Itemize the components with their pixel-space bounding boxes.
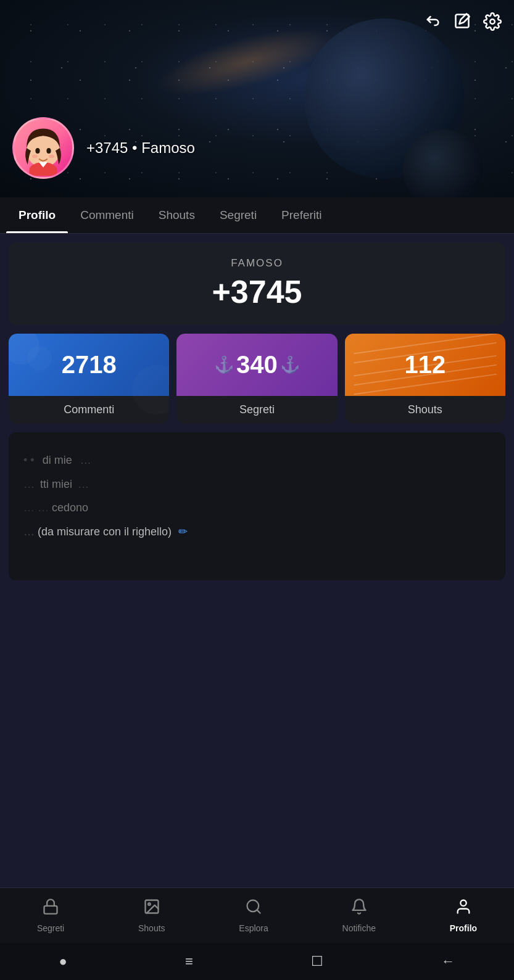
bottom-nav-profilo[interactable]: Profilo <box>450 898 477 933</box>
stat-box-segreti[interactable]: ⚓ 340 ⚓ Segreti <box>176 334 337 424</box>
shouts-count: 112 <box>404 351 446 379</box>
bio-line3: cedono <box>52 501 88 514</box>
svg-rect-0 <box>456 15 469 28</box>
svg-point-1 <box>490 19 495 24</box>
avatar[interactable] <box>12 117 74 179</box>
bottom-nav-segreti-label: Segreti <box>37 923 64 933</box>
bottom-nav-esplora[interactable]: Esplora <box>239 898 268 933</box>
android-dot[interactable]: ● <box>59 953 67 970</box>
svg-point-5 <box>32 155 38 158</box>
svg-line-11 <box>257 910 260 913</box>
android-back[interactable]: ← <box>441 953 455 970</box>
svg-rect-7 <box>44 906 57 914</box>
android-home[interactable]: ☐ <box>311 953 323 970</box>
bio-card: • • di mie … … tti miei … … … cedono … (… <box>9 432 505 580</box>
notifiche-nav-icon <box>350 898 368 920</box>
segreti-count: 340 <box>236 351 278 379</box>
header-banner: +3745 • Famoso <box>0 0 514 197</box>
shouts-nav-icon <box>143 898 160 920</box>
svg-point-6 <box>49 155 54 158</box>
bio-edit-icon[interactable]: ✏ <box>178 525 188 538</box>
profile-rank-label: +3745 • Famoso <box>86 139 195 157</box>
nav-tabs: Profilo Commenti Shouts Segreti Preferit… <box>0 197 514 234</box>
profilo-nav-icon <box>455 898 472 920</box>
bottom-nav-shouts-label: Shouts <box>138 923 165 933</box>
svg-point-12 <box>460 900 466 906</box>
shouts-label: Shouts <box>345 396 505 424</box>
bottom-nav-shouts[interactable]: Shouts <box>138 898 165 933</box>
edit-profile-icon[interactable] <box>454 12 471 35</box>
bottom-nav-profilo-label: Profilo <box>450 923 477 933</box>
stat-box-shouts[interactable]: 112 Shouts <box>345 334 505 424</box>
esplora-nav-icon <box>245 898 262 920</box>
android-nav: ● ≡ ☐ ← <box>0 943 514 980</box>
bio-line2: tti miei <box>40 478 72 490</box>
tab-segreti[interactable]: Segreti <box>207 197 269 233</box>
svg-point-9 <box>148 903 151 905</box>
stat-box-commenti[interactable]: 2718 Commenti <box>9 334 169 424</box>
stats-card: FAMOSO +3745 <box>9 242 505 325</box>
bottom-nav: Segreti Shouts Esplora Notifiche <box>0 887 514 943</box>
segreti-nav-icon <box>42 898 59 920</box>
settings-icon[interactable] <box>483 12 502 35</box>
bottom-nav-notifiche-label: Notifiche <box>342 923 376 933</box>
tab-profilo[interactable]: Profilo <box>6 197 68 233</box>
bio-line4: (da misurare con il righello) <box>38 525 172 538</box>
profile-section: +3745 • Famoso <box>12 117 195 179</box>
stat-boxes-row: 2718 Commenti ⚓ 340 ⚓ Segreti 112 Shouts <box>9 334 505 424</box>
tab-commenti[interactable]: Commenti <box>68 197 146 233</box>
tab-shouts[interactable]: Shouts <box>146 197 207 233</box>
share-icon[interactable] <box>424 12 441 35</box>
svg-point-3 <box>35 148 39 154</box>
stats-rank-title: FAMOSO <box>23 257 491 270</box>
profile-info: +3745 • Famoso <box>86 139 195 157</box>
top-icons-row <box>424 12 502 35</box>
android-menu[interactable]: ≡ <box>185 953 193 970</box>
bottom-nav-segreti[interactable]: Segreti <box>37 898 64 933</box>
stats-score: +3745 <box>23 273 491 310</box>
bio-line1: di mie <box>43 454 72 466</box>
segreti-label: Segreti <box>176 396 337 424</box>
bottom-nav-notifiche[interactable]: Notifiche <box>342 898 376 933</box>
bottom-nav-esplora-label: Esplora <box>239 923 268 933</box>
tab-preferiti[interactable]: Preferiti <box>269 197 334 233</box>
svg-point-4 <box>46 148 51 154</box>
commenti-count: 2718 <box>62 351 117 379</box>
bio-text: • • di mie … … tti miei … … … cedono … (… <box>23 451 491 541</box>
